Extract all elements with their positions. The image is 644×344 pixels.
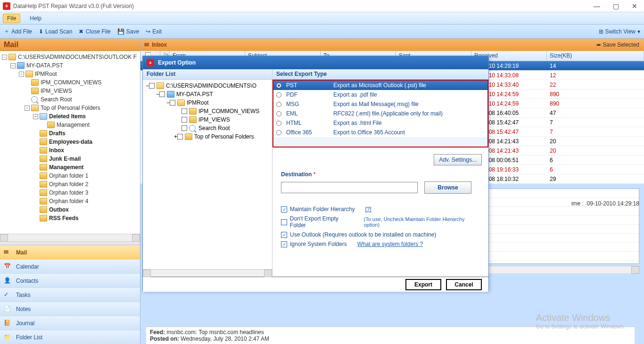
save-selected-icon: ➦: [596, 41, 601, 48]
close-file-button[interactable]: ✖Close File: [79, 28, 110, 35]
system-folders-link[interactable]: What are system folders ?: [357, 241, 423, 247]
nav-notes[interactable]: 📄Notes: [0, 302, 140, 316]
export-type-office-365[interactable]: Office 365Export to Office 365 Account: [273, 128, 487, 137]
export-type-msg[interactable]: MSGExport as Mail Message(.msg) file: [273, 99, 487, 109]
splitter-grip[interactable]: . . . . .: [0, 241, 140, 245]
pst-icon: [17, 62, 25, 69]
export-dialog: + Export Option Folder List −C:\USERS\AD…: [142, 56, 489, 291]
rss-icon: [40, 215, 47, 221]
outbox-icon: [40, 206, 47, 213]
tree-pst[interactable]: MY-DATA.PST: [26, 62, 63, 69]
exit-icon: ↪: [146, 28, 150, 35]
inbox-icon: ✉: [144, 41, 149, 48]
search-icon: [31, 96, 38, 103]
trash-icon: [40, 113, 47, 120]
save-icon: 💾: [117, 28, 124, 35]
hierarchy-help-link[interactable]: [?]: [365, 206, 371, 213]
nav-tasks[interactable]: ✓Tasks: [0, 287, 140, 302]
maintain-hierarchy-checkbox[interactable]: ✓: [281, 206, 287, 213]
download-icon: ⬇: [39, 28, 43, 35]
plus-icon: ＋: [4, 27, 9, 35]
folder-tree[interactable]: −C:\USERS\ADMIN\DOCUMENTS\OUTLOOK F −MY-…: [0, 51, 140, 234]
browse-button[interactable]: Browse: [424, 181, 471, 194]
tree-root[interactable]: C:\USERS\ADMIN\DOCUMENTS\OUTLOOK F: [18, 54, 137, 60]
select-export-type-header: Select Export Type: [272, 69, 488, 80]
menu-help[interactable]: Help: [26, 14, 45, 23]
horizontal-scrollbar[interactable]: [0, 234, 140, 241]
app-icon: +: [3, 2, 10, 10]
export-type-list: PSTExport as Microsoft Outlook (.pst) fi…: [272, 80, 488, 147]
cancel-button[interactable]: Cancel: [446, 279, 482, 290]
preview-time: ime : 09-10-2010 14:29:18: [571, 200, 639, 207]
chevron-down-icon: ▾: [637, 28, 640, 35]
exit-button[interactable]: ↪Exit: [146, 28, 162, 35]
folder-icon: 📁: [4, 334, 12, 341]
tasks-icon: ✓: [4, 291, 12, 299]
export-type-html[interactable]: HTMLExport as .html File: [273, 118, 487, 128]
dialog-tree-scrollbar[interactable]: [143, 269, 272, 277]
nav-journal[interactable]: 📔Journal: [0, 316, 140, 330]
dialog-folder-tree[interactable]: −C:\USERS\ADMIN\DOCUMENTS\O −MY-DATA.PST…: [143, 80, 272, 269]
menubar: File Help: [0, 12, 644, 25]
junk-icon: [40, 156, 47, 162]
maximize-button[interactable]: ▢: [606, 0, 625, 12]
journal-icon: 📔: [4, 319, 12, 327]
empty-folder-checkbox[interactable]: [281, 219, 287, 225]
close-file-icon: ✖: [79, 28, 83, 35]
export-type-pdf[interactable]: PDFExport as .pdf file: [273, 90, 487, 99]
nav-calendar[interactable]: 📅Calendar: [0, 259, 140, 273]
nav-mail[interactable]: ✉Mail: [0, 245, 140, 259]
window-title: DataHelp PST Repair Wizard v3.0 (Full Ve…: [13, 3, 134, 9]
minimize-button[interactable]: —: [587, 0, 606, 12]
windows-watermark: Activate Windows Go to Settings to activ…: [536, 312, 625, 330]
use-outlook-checkbox[interactable]: ✓: [281, 232, 287, 238]
toolbar: ＋Add File ⬇Load Scan ✖Close File 💾Save ↪…: [0, 25, 644, 39]
nav-folder-list[interactable]: 📁Folder List: [0, 330, 140, 344]
save-button[interactable]: 💾Save: [117, 28, 139, 35]
switch-view-button[interactable]: ⊞Switch View ▾: [599, 28, 640, 35]
export-type-pst[interactable]: PSTExport as Microsoft Outlook (.pst) fi…: [273, 81, 487, 90]
save-selected-button[interactable]: ➦Save Selected: [596, 41, 639, 48]
switch-icon: ⊞: [599, 28, 603, 35]
nav-contacts[interactable]: 👤Contacts: [0, 273, 140, 287]
load-scan-button[interactable]: ⬇Load Scan: [39, 28, 72, 35]
nav-list: ✉Mail 📅Calendar 👤Contacts ✓Tasks 📄Notes …: [0, 245, 140, 344]
destination-label: Destination: [281, 171, 312, 178]
folder-list-header: Folder List: [143, 69, 272, 80]
export-button[interactable]: Export: [405, 279, 441, 290]
contacts-icon: 👤: [4, 277, 12, 285]
close-button[interactable]: ✕: [625, 0, 644, 12]
inbox-header: ✉Inbox ➦Save Selected: [140, 39, 644, 51]
ignore-system-checkbox[interactable]: ✓: [281, 241, 287, 247]
notes-icon: 📄: [4, 305, 12, 313]
expander-icon[interactable]: −: [2, 55, 7, 60]
export-type-eml[interactable]: EMLRFC822 (.eml) file.(Applicable only f…: [273, 109, 487, 118]
calendar-icon: 📅: [4, 263, 12, 270]
destination-input[interactable]: [281, 182, 418, 193]
add-file-button[interactable]: ＋Add File: [4, 27, 32, 35]
mail-icon: ✉: [4, 249, 12, 256]
adv-settings-button[interactable]: Adv. Settings...: [434, 154, 482, 165]
dialog-titlebar[interactable]: + Export Option: [143, 56, 488, 69]
dialog-icon: +: [147, 59, 154, 66]
mail-panel-header: Mail: [0, 39, 140, 51]
tree-ipmroot[interactable]: IPMRoot: [35, 71, 57, 77]
menu-file[interactable]: File: [3, 14, 20, 23]
folder-open-icon: [8, 54, 16, 60]
titlebar: + DataHelp PST Repair Wizard v3.0 (Full …: [0, 0, 644, 12]
